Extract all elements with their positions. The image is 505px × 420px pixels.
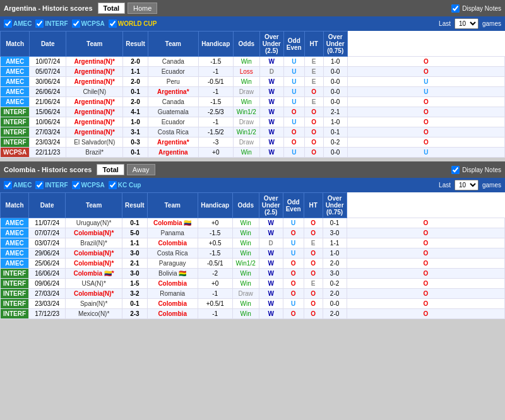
header-team2: Team xyxy=(148,32,198,57)
odds-value: Win1/2 xyxy=(233,127,259,137)
ou25-value: U xyxy=(283,117,304,127)
ou25-value: U xyxy=(283,87,304,97)
oe-value: O xyxy=(304,299,323,309)
match-result: 2-1 xyxy=(122,259,148,269)
team2-name: Colombia xyxy=(147,309,198,319)
header-ht: HT xyxy=(304,32,323,57)
display-notes-label: Display Notes xyxy=(462,5,501,12)
ht-score: 2-1 xyxy=(323,107,347,117)
handicap-value: -1 xyxy=(198,87,233,97)
handicap-value: -1 xyxy=(198,289,232,299)
team2-name: Canada xyxy=(148,57,198,67)
match-date: 15/06/24 xyxy=(30,107,66,117)
ou075-value: O xyxy=(347,107,504,117)
match-result: 0-1 xyxy=(123,87,148,97)
filter-world-cup[interactable]: WORLD CUP xyxy=(109,20,157,28)
ou075-value: O xyxy=(347,248,504,259)
filter-row: AMEC INTERF WCPSA WORLD CUP Last 10 20 3… xyxy=(0,16,505,31)
team1-name: Argentina(N)* xyxy=(66,57,123,67)
handicap-value: -0.5/1 xyxy=(198,259,232,269)
ou25-value: O xyxy=(283,269,304,279)
oe-value: O xyxy=(304,117,323,127)
match-date: 07/07/24 xyxy=(29,228,66,238)
ou25-value: U xyxy=(283,148,304,158)
ou25-value: U xyxy=(283,57,304,67)
team2-name: Argentina* xyxy=(148,87,198,97)
odds-value: Win1/2 xyxy=(233,107,259,117)
filter-interf[interactable]: INTERF xyxy=(35,20,68,28)
match-result: 2-0 xyxy=(123,97,148,107)
section-argentina: Argentina - Historic scores TotalHome Di… xyxy=(0,0,505,158)
match-date: 10/07/24 xyxy=(30,57,66,67)
handicap-value: -1 xyxy=(198,117,233,127)
header-ou25: Over Under (2.5) xyxy=(259,32,283,57)
table-row: AMEC 21/06/24 Argentina(N)* 2-0 Canada -… xyxy=(1,97,505,107)
filter-wcpsa[interactable]: WCPSA xyxy=(72,20,105,28)
table-row: INTERF 17/12/23 Mexico(N)* 2-3 Colombia … xyxy=(1,309,505,319)
match-type: INTERF xyxy=(1,279,29,289)
last-select[interactable]: 10 20 30 xyxy=(454,180,478,190)
match-type: INTERF xyxy=(1,309,29,319)
filter-amec[interactable]: AMEC xyxy=(4,20,32,28)
table-row: INTERF 23/03/24 El Salvador(N) 0-3 Argen… xyxy=(1,137,505,148)
match-result: 3-0 xyxy=(122,248,148,259)
ht-score: 0-1 xyxy=(323,127,347,137)
match-date: 05/07/24 xyxy=(30,67,66,77)
display-notes[interactable]: Display Notes xyxy=(451,4,501,13)
filter-kc-cup[interactable]: KC Cup xyxy=(109,181,141,189)
ou075-value: O xyxy=(347,67,504,77)
filter-wcpsa[interactable]: WCPSA xyxy=(72,181,105,189)
ou25-value: U xyxy=(283,238,304,248)
match-result: 1-1 xyxy=(122,238,148,248)
team1-name: Spain(N)* xyxy=(66,299,122,309)
section-colombia: Colombia - Historic scores TotalAway Dis… xyxy=(0,161,505,319)
tab-total[interactable]: Total xyxy=(97,164,124,175)
table-row: AMEC 05/07/24 Argentina(N)* 1-1 Ecuador … xyxy=(1,67,505,77)
ou25-value: U xyxy=(283,77,304,87)
match-date: 10/06/24 xyxy=(30,117,66,127)
odds-value: Win xyxy=(233,148,259,158)
tab-total[interactable]: Total xyxy=(98,3,125,14)
tab-away[interactable]: Away xyxy=(127,164,155,175)
match-result: 4-1 xyxy=(123,107,148,117)
handicap-value: -1.5 xyxy=(198,228,232,238)
matches-table: Match Date Team Result Team Handicap Odd… xyxy=(0,31,505,158)
header-odds: Odds xyxy=(232,193,259,218)
team2-name: Costa Rica xyxy=(148,127,198,137)
ou25-value: O xyxy=(283,289,304,299)
filter-amec[interactable]: AMEC xyxy=(4,181,32,189)
odds-value: Win xyxy=(232,218,259,228)
match-type: AMEC xyxy=(1,248,29,259)
match-type: AMEC xyxy=(1,67,30,77)
ou25-value: U xyxy=(283,67,304,77)
team1-name: Argentina(N)* xyxy=(66,67,123,77)
ou075-value: O xyxy=(347,228,504,238)
section-title: Colombia - Historic scores xyxy=(4,166,92,173)
team1-name: Colombia 🇨🇴* xyxy=(66,269,122,279)
oe-value: O xyxy=(304,289,323,299)
last-select[interactable]: 10 20 30 xyxy=(454,18,478,29)
filter-row: AMEC INTERF WCPSA KC Cup Last 10 20 30 g… xyxy=(0,178,505,192)
table-row: AMEC 25/06/24 Colombia(N)* 2-1 Paraguay … xyxy=(1,259,505,269)
ht-score: 0-0 xyxy=(323,148,347,158)
ht-score: 0-2 xyxy=(323,137,347,148)
odds-value: Loss xyxy=(233,67,259,77)
team1-name: Colombia(N)* xyxy=(66,289,122,299)
matches-table: Match Date Team Result Team Handicap Odd… xyxy=(0,192,505,319)
handicap-value: -1.5 xyxy=(198,57,233,67)
tab-home[interactable]: Home xyxy=(128,3,157,14)
handicap-value: +0.5 xyxy=(198,238,232,248)
handicap-value: +0 xyxy=(198,279,232,289)
ht-score: 0-0 xyxy=(323,299,347,309)
display-notes[interactable]: Display Notes xyxy=(451,166,501,174)
ou075-value: O xyxy=(347,117,504,127)
section-title: Argentina - Historic scores xyxy=(4,4,93,12)
wr-value: W xyxy=(259,248,283,259)
oe-value: E xyxy=(304,238,323,248)
filter-interf[interactable]: INTERF xyxy=(35,181,68,189)
ht-score: 3-0 xyxy=(323,269,347,279)
oe-value: E xyxy=(304,279,323,289)
odds-value: Draw xyxy=(233,117,259,127)
wr-value: W xyxy=(259,289,283,299)
wr-value: W xyxy=(259,137,283,148)
